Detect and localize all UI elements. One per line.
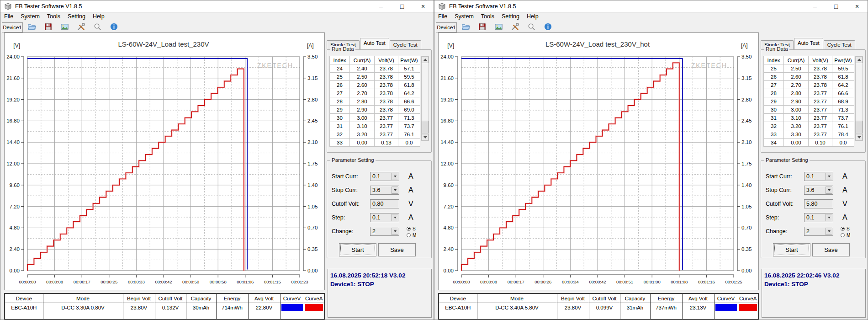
- minimize-button[interactable]: –: [370, 1, 392, 12]
- save-button[interactable]: Save: [378, 243, 416, 256]
- run-data-scrollbar[interactable]: [421, 56, 429, 141]
- param-dropdown[interactable]: 0.1: [804, 172, 833, 181]
- menu-item-file[interactable]: File: [0, 13, 17, 20]
- tools-icon[interactable]: [510, 22, 520, 32]
- scroll-up-icon[interactable]: [422, 56, 429, 63]
- dropdown-arrow-icon[interactable]: [826, 173, 832, 180]
- info-icon[interactable]: [109, 22, 119, 32]
- save-icon[interactable]: [477, 22, 487, 32]
- run-data-row[interactable]: 292.9023.7869.0: [330, 106, 420, 114]
- run-data-row[interactable]: 242.4023.7857.1: [330, 64, 420, 73]
- run-data-row[interactable]: 292.9023.7768.9: [764, 97, 854, 106]
- radio-option-s[interactable]: S: [407, 225, 416, 232]
- device-tab[interactable]: Device1: [2, 22, 23, 32]
- tab-cycle-test[interactable]: Cycle Test: [824, 40, 855, 49]
- dropdown-arrow-icon[interactable]: [392, 214, 398, 221]
- start-button[interactable]: Start: [339, 243, 376, 256]
- column-header-curr-a-[interactable]: Curr(A): [784, 56, 809, 64]
- menu-item-file[interactable]: File: [434, 13, 451, 20]
- dropdown-arrow-icon[interactable]: [392, 173, 398, 180]
- param-dropdown[interactable]: 2: [804, 227, 833, 236]
- dropdown-arrow-icon[interactable]: [392, 187, 398, 194]
- close-button[interactable]: ×: [413, 1, 434, 12]
- column-header-volt-v-[interactable]: Volt(V): [375, 56, 398, 64]
- run-data-row[interactable]: 272.7023.7864.2: [330, 89, 420, 97]
- radio-icon[interactable]: [407, 227, 411, 231]
- run-data-row[interactable]: 340.000.100.0: [764, 139, 854, 147]
- run-data-row[interactable]: 330.000.130.0: [330, 139, 420, 147]
- open-file-icon[interactable]: [461, 22, 471, 32]
- save-icon[interactable]: [43, 22, 53, 32]
- run-data-row[interactable]: 313.1023.7773.7: [764, 114, 854, 122]
- zoom-icon[interactable]: [527, 22, 536, 32]
- export-image-icon[interactable]: [60, 22, 69, 32]
- maximize-button[interactable]: □: [392, 1, 413, 12]
- run-data-row[interactable]: 252.5023.7859.5: [330, 73, 420, 81]
- menu-item-setting[interactable]: Setting: [64, 13, 89, 20]
- dropdown-arrow-icon[interactable]: [826, 228, 832, 235]
- dropdown-arrow-icon[interactable]: [826, 187, 832, 194]
- run-data-row[interactable]: 323.2023.7776.1: [330, 130, 420, 139]
- start-button[interactable]: Start: [773, 243, 810, 256]
- menu-item-system[interactable]: System: [17, 13, 43, 20]
- run-data-row[interactable]: 262.6023.7861.8: [330, 81, 420, 89]
- info-icon[interactable]: [543, 22, 553, 32]
- param-dropdown[interactable]: 0.1: [370, 172, 399, 181]
- scrollbar-thumb[interactable]: [856, 121, 863, 133]
- param-dropdown[interactable]: 3.6: [804, 186, 833, 195]
- export-image-icon[interactable]: [494, 22, 503, 32]
- radio-option-m[interactable]: M: [407, 232, 416, 238]
- menu-item-help[interactable]: Help: [523, 13, 542, 20]
- run-data-row[interactable]: 272.7023.7864.2: [764, 81, 854, 89]
- param-dropdown[interactable]: 0.1: [804, 213, 833, 222]
- tab-auto-test[interactable]: Auto Test: [360, 38, 389, 49]
- zoom-icon[interactable]: [93, 22, 102, 32]
- column-header-pwr-w-[interactable]: Pwr(W): [398, 56, 420, 64]
- maximize-button[interactable]: □: [826, 1, 847, 12]
- menu-item-tools[interactable]: Tools: [43, 13, 64, 20]
- run-data-row[interactable]: 313.1023.7773.7: [330, 122, 420, 130]
- run-data-row[interactable]: 282.8023.7866.6: [330, 97, 420, 106]
- radio-option-m[interactable]: M: [841, 232, 850, 238]
- device-tab[interactable]: Device1: [436, 22, 457, 32]
- column-header-curr-a-[interactable]: Curr(A): [350, 56, 375, 64]
- dropdown-arrow-icon[interactable]: [826, 214, 832, 221]
- dropdown-arrow-icon[interactable]: [392, 228, 398, 235]
- save-button[interactable]: Save: [812, 243, 850, 256]
- run-data-row[interactable]: 262.6023.7861.8: [764, 73, 854, 81]
- param-input[interactable]: 0.80: [370, 199, 399, 208]
- menu-item-help[interactable]: Help: [89, 13, 108, 20]
- column-header-index[interactable]: Index: [330, 56, 350, 64]
- run-data-row[interactable]: 303.0023.7771.3: [764, 106, 854, 114]
- param-dropdown[interactable]: 0.1: [370, 213, 399, 222]
- column-header-index[interactable]: Index: [764, 56, 784, 64]
- radio-option-s[interactable]: S: [841, 225, 850, 232]
- scrollbar-thumb[interactable]: [422, 121, 429, 133]
- tab-auto-test[interactable]: Auto Test: [794, 38, 823, 49]
- scroll-down-icon[interactable]: [422, 134, 429, 141]
- param-input[interactable]: 5.80: [804, 199, 833, 208]
- column-header-volt-v-[interactable]: Volt(V): [809, 56, 832, 64]
- run-data-row[interactable]: 282.8023.7766.6: [764, 89, 854, 97]
- scroll-up-icon[interactable]: [856, 56, 863, 63]
- param-dropdown[interactable]: 2: [370, 227, 399, 236]
- run-data-row[interactable]: 323.2023.7776.1: [764, 122, 854, 130]
- open-file-icon[interactable]: [27, 22, 37, 32]
- param-dropdown[interactable]: 3.6: [370, 186, 399, 195]
- menu-item-tools[interactable]: Tools: [477, 13, 498, 20]
- radio-icon[interactable]: [407, 233, 411, 237]
- tab-cycle-test[interactable]: Cycle Test: [390, 40, 421, 49]
- radio-icon[interactable]: [841, 227, 845, 231]
- close-button[interactable]: ×: [847, 1, 868, 12]
- scroll-down-icon[interactable]: [856, 134, 863, 141]
- run-data-row[interactable]: 252.5023.7859.5: [764, 64, 854, 73]
- radio-icon[interactable]: [841, 233, 845, 237]
- column-header-pwr-w-[interactable]: Pwr(W): [832, 56, 854, 64]
- menu-item-setting[interactable]: Setting: [498, 13, 523, 20]
- tools-icon[interactable]: [76, 22, 86, 32]
- minimize-button[interactable]: –: [804, 1, 826, 12]
- run-data-row[interactable]: 303.0023.7771.3: [330, 114, 420, 122]
- run-data-scrollbar[interactable]: [855, 56, 863, 141]
- run-data-row[interactable]: 333.3023.7778.4: [764, 130, 854, 139]
- menu-item-system[interactable]: System: [451, 13, 477, 20]
